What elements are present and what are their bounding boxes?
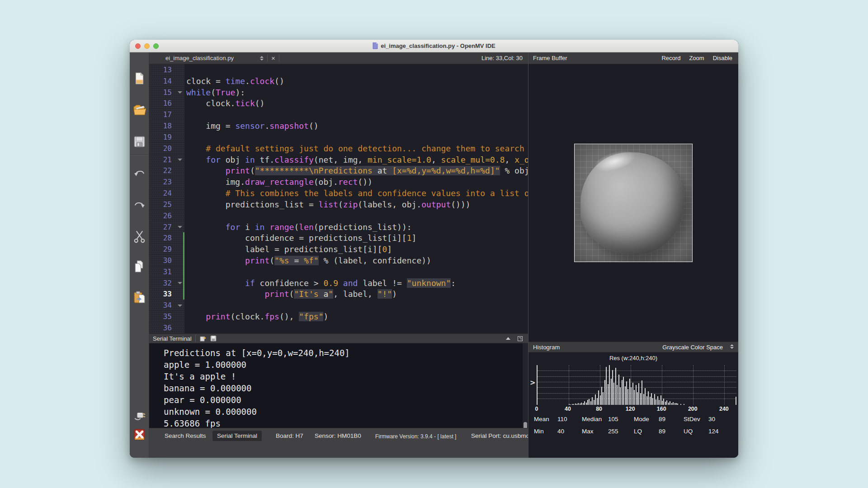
record-button[interactable]: Record: [661, 55, 680, 61]
disable-button[interactable]: Disable: [713, 55, 732, 61]
histogram-bar: [626, 381, 627, 405]
code-line[interactable]: 27 for i in range(len(predictions_list))…: [149, 221, 528, 233]
histogram-bar: [584, 401, 585, 405]
zoom-button[interactable]: Zoom: [689, 55, 704, 61]
fold-marker-icon[interactable]: [178, 159, 182, 161]
open-file-button[interactable]: [132, 103, 146, 117]
connect-button[interactable]: [132, 409, 146, 423]
code-line[interactable]: 34: [149, 300, 528, 311]
code-line[interactable]: 26: [149, 210, 528, 221]
frame-buffer-view[interactable]: [528, 64, 738, 342]
collapse-terminal-icon[interactable]: [506, 337, 510, 340]
code-editor[interactable]: 1314clock = time.clock()15while(True):16…: [149, 64, 528, 333]
colorspace-dropdown-icon[interactable]: [730, 344, 734, 349]
line-number: 16: [149, 99, 172, 108]
line-number: 32: [149, 279, 172, 287]
line-number: 25: [149, 200, 172, 209]
code-line[interactable]: 18 img = sensor.snapshot(): [149, 120, 528, 131]
close-window-button[interactable]: [135, 43, 141, 49]
zoom-window-button[interactable]: [153, 43, 159, 49]
status-serial-terminal[interactable]: Serial Terminal: [212, 431, 262, 441]
code-line[interactable]: 16 clock.tick(): [149, 98, 528, 109]
code-line[interactable]: 21 for obj in tf.classify(net, img, min_…: [149, 154, 528, 165]
code-line[interactable]: 28 confidence = predictions_list[i][1]: [149, 232, 528, 244]
code-line[interactable]: 24 # This combines the labels and confid…: [149, 188, 528, 199]
stat-value: 30: [708, 416, 715, 422]
code-text: # This combines the labels and confidenc…: [184, 188, 528, 198]
document-icon: [373, 42, 378, 49]
code-line[interactable]: 20 # default settings just do one detect…: [149, 143, 528, 154]
copy-button[interactable]: [132, 259, 146, 273]
code-line[interactable]: 30 print("%s = %f" % (label, confidence)…: [149, 255, 528, 266]
gutter-cell: 22: [149, 165, 184, 176]
axis-tick-label: 160: [657, 406, 666, 412]
axis-tick-label: 200: [688, 406, 698, 412]
code-line[interactable]: 33 print("It's a", label, "!"): [149, 289, 528, 300]
camera-frame-image: [574, 144, 693, 262]
redo-button[interactable]: [132, 198, 146, 212]
export-log-button[interactable]: [199, 335, 207, 342]
histogram-bar: [657, 396, 658, 405]
code-line[interactable]: 36: [149, 322, 528, 333]
code-line[interactable]: 29 label = predictions_list[i][0]: [149, 244, 528, 255]
line-number: 20: [149, 144, 172, 153]
change-bar: [183, 277, 184, 289]
terminal-line: unknown = 0.000000: [164, 407, 528, 418]
code-text: label = predictions_list[i][0]: [184, 244, 392, 254]
stop-script-button[interactable]: [132, 427, 146, 441]
code-line[interactable]: 22 print("**********\nPredictions at [x=…: [149, 165, 528, 176]
histogram-bar: [646, 396, 647, 405]
titlebar[interactable]: ei_image_classification.py - OpenMV IDE: [130, 40, 738, 52]
code-line[interactable]: 19: [149, 131, 528, 143]
code-line[interactable]: 32 if confidence > 0.9 and label != "unk…: [149, 277, 528, 289]
terminal-scrollbar[interactable]: [523, 343, 528, 441]
code-text: for i in range(len(predictions_list)):: [184, 222, 412, 232]
tab-close-icon[interactable]: ×: [271, 55, 275, 61]
detach-terminal-icon[interactable]: [518, 336, 523, 341]
histogram-bar: [662, 401, 663, 405]
histogram-bar: [613, 383, 614, 405]
save-log-button[interactable]: [210, 335, 217, 342]
undo-button[interactable]: [132, 166, 146, 180]
status-sensor: Sensor: HM01B0: [315, 432, 361, 439]
code-line[interactable]: 13: [149, 64, 528, 75]
code-text: img.draw_rectangle(obj.rect()): [184, 177, 373, 187]
code-line[interactable]: 31: [149, 266, 528, 277]
axis-tick-label: 80: [596, 406, 602, 412]
new-file-button[interactable]: [132, 71, 146, 85]
fold-marker-icon[interactable]: [178, 91, 182, 94]
code-line[interactable]: 14clock = time.clock(): [149, 75, 528, 87]
fold-marker-icon[interactable]: [178, 226, 182, 228]
histogram-bar: [623, 377, 624, 405]
tab-spinner-icon[interactable]: [260, 56, 264, 61]
tabbar-separator: [267, 55, 268, 62]
stat-label: Min: [534, 428, 544, 435]
code-line[interactable]: 17: [149, 109, 528, 120]
minimize-window-button[interactable]: [144, 43, 150, 49]
save-file-button[interactable]: [132, 135, 146, 149]
line-number: 21: [149, 155, 172, 164]
line-number: 33: [149, 290, 172, 298]
code-line[interactable]: 35 print(clock.fps(), "fps"): [149, 311, 528, 322]
status-search-results[interactable]: Search Results: [165, 432, 206, 439]
code-line[interactable]: 25 predictions_list = list(zip(labels, o…: [149, 199, 528, 210]
window-title: ei_image_classification.py - OpenMV IDE: [381, 42, 495, 49]
fold-marker-icon[interactable]: [178, 305, 182, 307]
editor-tab[interactable]: ei_image_classification.py: [165, 55, 234, 61]
code-text: print("**********\nPredictions at [x=%d,…: [184, 166, 528, 175]
code-line[interactable]: 15while(True):: [149, 87, 528, 98]
histogram-bar: [642, 380, 642, 405]
serial-terminal-output[interactable]: Predictions at [x=0,y=0,w=240,h=240]appl…: [149, 343, 528, 441]
histogram-panel: Res (w:240,h:240) > 04080120160200240 Me…: [528, 352, 738, 458]
paste-button[interactable]: [132, 290, 146, 304]
gutter-cell: 32: [149, 277, 184, 289]
colorspace-select[interactable]: Grayscale Color Space: [662, 344, 723, 351]
cut-button[interactable]: [132, 230, 146, 244]
editor-region: ei_image_classification.py × Line: 33,Co…: [149, 52, 528, 458]
save-log-icon: [210, 335, 217, 342]
histogram-expand-icon[interactable]: >: [530, 379, 536, 387]
fold-marker-icon[interactable]: [178, 282, 182, 284]
histogram-bar: [572, 404, 573, 405]
code-line[interactable]: 23 img.draw_rectangle(obj.rect()): [149, 176, 528, 188]
frame-buffer-region: Frame Buffer Record Zoom Disable Histogr…: [528, 52, 738, 458]
